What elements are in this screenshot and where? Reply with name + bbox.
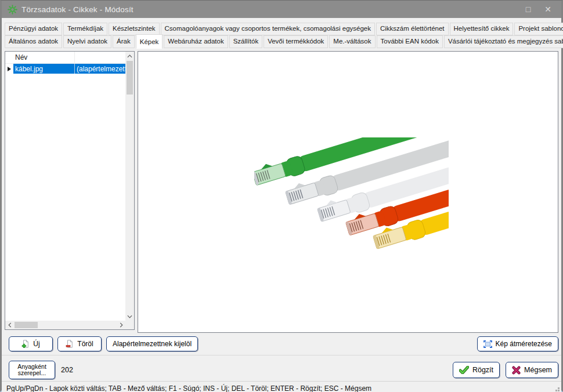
add-image-label: Új [33, 340, 39, 348]
scroll-left-icon[interactable] [5, 321, 14, 329]
tab-tovabbi-ean-kodok[interactable]: További EAN kódok [377, 35, 443, 48]
vertical-scrollbar[interactable] [125, 52, 134, 321]
tab-vevoi-termekkodok[interactable]: Vevői termékkódok [264, 35, 328, 48]
document-minus-icon [66, 340, 74, 348]
tab-altalanos-adatok[interactable]: Általános adatok [5, 35, 62, 48]
vertical-scroll-thumb[interactable] [127, 61, 133, 95]
set-default-label: Alapértelmezettnek kijelöl [113, 340, 192, 348]
image-preview-panel [138, 51, 558, 333]
table-row[interactable]: kábel.jpg (alapértelmezett ké [5, 64, 125, 74]
row-marker-icon [8, 67, 11, 71]
record-id-value: 202 [61, 366, 73, 374]
add-image-button[interactable]: Új [9, 336, 53, 351]
cell-filename[interactable]: kábel.jpg [13, 64, 75, 74]
grid-header-marker-col [5, 52, 13, 63]
used-as-material-button[interactable]: Anyagként szerepel... [9, 361, 55, 379]
horizontal-scrollbar[interactable] [5, 321, 125, 329]
tabstrip-top: Pénzügyi adatok Termékdíjak Készletszint… [2, 23, 561, 35]
delete-image-button[interactable]: Töröl [57, 336, 102, 351]
kepek-tab-content: Név kábel.jpg (alapértelmezett ké [5, 51, 558, 333]
tab-kepek[interactable]: Képek [136, 34, 163, 49]
titlebar[interactable]: Törzsadatok - Cikkek - Módosít □ ✕ [2, 1, 561, 18]
row-marker-cell [5, 64, 13, 74]
image-list-grid: Név kábel.jpg (alapértelmezett ké [5, 52, 125, 321]
checkmark-icon [459, 366, 469, 374]
resize-grip-icon[interactable] [553, 387, 560, 392]
tab-nyelvi-adatok[interactable]: Nyelvi adatok [63, 35, 111, 48]
tab-webaruhaz-adatok[interactable]: Webáruház adatok [164, 35, 228, 48]
grid-header-row: Név [5, 52, 125, 64]
image-actions-row: Új Töröl Alapértelmezettnek kijelöl [9, 336, 558, 351]
tab-projekt-sablonok[interactable]: Projekt sablonok [514, 23, 563, 35]
tab-penzugyi-adatok[interactable]: Pénzügyi adatok [5, 23, 62, 35]
tab-termekdijak[interactable]: Termékdíjak [63, 23, 107, 35]
app-window: Törzsadatok - Cikkek - Módosít □ ✕ Pénzü… [0, 0, 563, 392]
horizontal-scroll-thumb[interactable] [15, 322, 38, 328]
cancel-button[interactable]: Mégsem [506, 362, 558, 378]
close-button[interactable]: ✕ [538, 2, 558, 17]
used-as-material-line2: szerepel... [18, 370, 46, 377]
resize-image-button[interactable]: Kép átméretezése [477, 336, 558, 351]
app-gear-icon [8, 5, 17, 14]
tab-me-valtasok[interactable]: Me.-váltások [329, 35, 375, 48]
resize-selection-icon [483, 340, 492, 348]
cell-default-note[interactable]: (alapértelmezett ké [75, 64, 125, 74]
product-image-network-cables [254, 137, 449, 253]
tab-arak[interactable]: Árak [113, 35, 135, 48]
tab-keszletszintek[interactable]: Készletszintek [109, 23, 160, 35]
set-default-button[interactable]: Alapértelmezettnek kijelöl [106, 336, 198, 351]
tab-helyettesito-cikkek[interactable]: Helyettesítő cikkek [450, 23, 514, 35]
tab-vasarloi-tajekoztato[interactable]: Vásárlói tájékoztató és megjegyzés sablo… [444, 35, 563, 48]
cancel-label: Mégsem [524, 366, 552, 374]
window-title: Törzsadatok - Cikkek - Módosít [21, 5, 518, 14]
tabstrip-bottom: Általános adatok Nyelvi adatok Árak Képe… [2, 35, 561, 48]
scroll-right-icon[interactable] [117, 321, 125, 329]
statusbar: PgUp/PgDn - Lapok közti váltás; TAB - Me… [2, 381, 561, 392]
image-list-panel: Név kábel.jpg (alapértelmezett ké [5, 51, 135, 330]
tab-szallitok[interactable]: Szállítók [229, 35, 262, 48]
statusbar-shortcuts-text: PgUp/PgDn - Lapok közti váltás; TAB - Me… [6, 384, 371, 392]
scroll-up-icon[interactable] [125, 52, 134, 60]
grid-header-note [75, 52, 125, 63]
maximize-button[interactable]: □ [518, 2, 538, 17]
delete-image-label: Töröl [77, 340, 93, 348]
save-button[interactable]: Rögzít [453, 362, 500, 378]
resize-image-label: Kép átméretezése [496, 340, 552, 348]
new-document-plus-icon [21, 340, 30, 348]
cross-icon [512, 366, 521, 375]
tab-csomagoloanyagok[interactable]: Csomagolóanyagok vagy csoportos termékek… [161, 23, 375, 35]
tab-cikkszam-elettortenet[interactable]: Cikkszám élettörténet [376, 23, 449, 35]
save-label: Rögzít [472, 366, 493, 374]
scroll-down-icon[interactable] [125, 312, 134, 321]
scrollbar-corner [125, 321, 134, 329]
dialog-footer: Anyagként szerepel... 202 Rögzít Mégsem [2, 355, 561, 381]
grid-header-nev: Név [13, 52, 75, 63]
